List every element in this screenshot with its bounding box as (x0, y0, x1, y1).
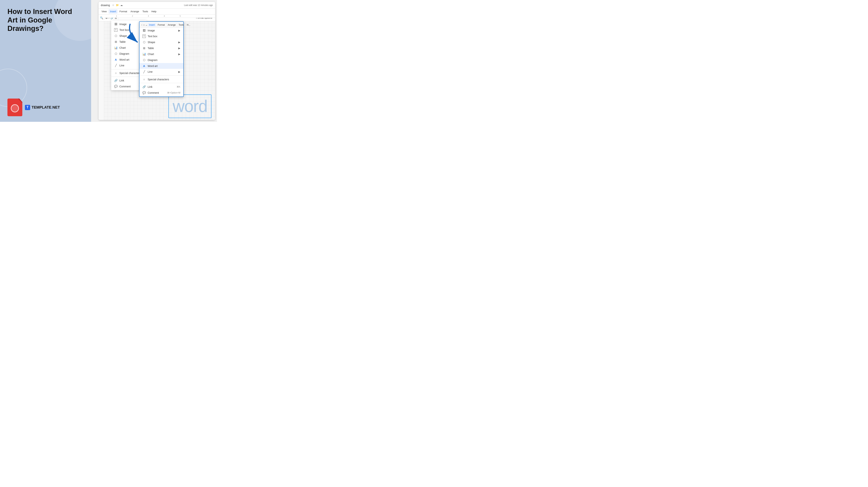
link-menu-icon: 🔗 (114, 79, 118, 82)
dm2-shape[interactable]: ⬡ Shape ▶ (140, 39, 183, 45)
dm2-image[interactable]: 🖼 Image ▶ (140, 28, 183, 33)
wordart-icon: A (114, 58, 118, 61)
dm2-textbox[interactable]: T Text box (140, 33, 183, 39)
menu-view[interactable]: View (100, 9, 108, 13)
dm2-comment-icon: 💬 (143, 91, 146, 94)
logo-area: T TEMPLATE.NET (7, 98, 84, 116)
dm2-comment[interactable]: 💬 Comment ⌘+Option+M (140, 90, 183, 96)
menu-help[interactable]: Help (150, 9, 158, 13)
dm2-link-icon: 🔗 (143, 85, 146, 89)
dm2-table-icon: ⊞ (143, 47, 146, 50)
dm2-special-chars-icon: ○ (143, 78, 146, 81)
dm2-image-arrow: ▶ (178, 29, 180, 32)
dm2-menu-insert[interactable]: Insert (148, 23, 156, 27)
drawings-window: drawing ☆ 📁 ☁ Last edit was 12 minutes a… (98, 2, 215, 120)
dm2-chart-icon: 📊 (143, 53, 146, 56)
dm2-line-icon: ╱ (143, 70, 146, 73)
menu-tools[interactable]: Tools (141, 9, 150, 13)
diagram-icon: ⬡ (114, 52, 118, 55)
menu-bar: View Insert Format Arrange Tools Help (98, 8, 215, 14)
template-logo-icon (7, 98, 22, 116)
image-icon: 🖼 (114, 23, 118, 26)
word-art-text: word (168, 94, 211, 118)
line-icon: ╱ (114, 64, 118, 67)
main-title: How to Insert Word Art in Google Drawing… (7, 7, 84, 33)
zoom-control[interactable]: 🔍 (100, 17, 103, 19)
chart-icon: 📊 (114, 46, 118, 50)
dm2-line-arrow: ▶ (178, 70, 180, 73)
dm2-sep-2 (140, 83, 183, 83)
menu-arrange[interactable]: Arrange (129, 9, 141, 13)
template-net-brand: T TEMPLATE.NET (25, 105, 60, 110)
last-edit-label: Last edit was 12 minutes ago (184, 4, 213, 6)
right-panel: drawing ☆ 📁 ☁ Last edit was 12 minutes a… (91, 0, 217, 122)
template-t-icon: T (25, 105, 30, 110)
dm2-special-chars[interactable]: ○ Special characters (140, 77, 183, 82)
template-label: TEMPLATE.NET (32, 105, 60, 110)
menu-format[interactable]: Format (118, 9, 128, 13)
folder-icon[interactable]: 📁 (116, 4, 119, 6)
dm2-diagram-icon: ⬡ (143, 58, 146, 62)
dm2-sep-1 (140, 75, 183, 76)
special-chars-icon: ○ (114, 71, 118, 74)
star-icon[interactable]: ☆ (112, 4, 114, 6)
cloud-icon[interactable]: ☁ (120, 4, 123, 6)
dm2-link[interactable]: 🔗 Link ⌘K (140, 84, 183, 90)
table-icon: ⊞ (114, 40, 118, 43)
ruler: 1 2 3 4 5 (104, 14, 215, 18)
canvas-sidebar (98, 21, 104, 120)
dm2-chart-arrow: ▶ (178, 53, 180, 56)
drawings-title: drawing (101, 4, 110, 7)
dm2-menu-help[interactable]: H... (186, 23, 191, 27)
dm2-diagram[interactable]: ⬡ Diagram (140, 57, 183, 63)
textbox-icon: T (114, 28, 118, 32)
dm2-menu-arrange[interactable]: Arrange (166, 23, 177, 27)
blue-arrow (126, 22, 145, 45)
dm2-wordart-icon: A (143, 64, 146, 67)
dm2-shape-arrow: ▶ (178, 41, 180, 44)
dm2-table[interactable]: ⊞ Table ▶ (140, 45, 183, 51)
dm2-menu-format[interactable]: Format (157, 23, 166, 27)
dm2-menu-tools[interactable]: Tools (178, 23, 185, 27)
menu-insert[interactable]: Insert (108, 9, 118, 13)
dm2-table-arrow: ▶ (178, 47, 180, 50)
dm2-wordart[interactable]: A Word art (140, 63, 183, 69)
insert-dropdown-2: ✕ ⊞ ☁ Insert Format Arrange Tools H... 🖼… (139, 21, 184, 97)
dm2-chart[interactable]: 📊 Chart ▶ (140, 51, 183, 57)
left-panel: How to Insert Word Art in Google Drawing… (0, 0, 91, 122)
dm2-line[interactable]: ╱ Line ▶ (140, 69, 183, 75)
shape-icon: ⬡ (114, 34, 118, 37)
comment-menu-icon: 💬 (114, 85, 118, 88)
title-bar: drawing ☆ 📁 ☁ Last edit was 12 minutes a… (98, 2, 215, 8)
